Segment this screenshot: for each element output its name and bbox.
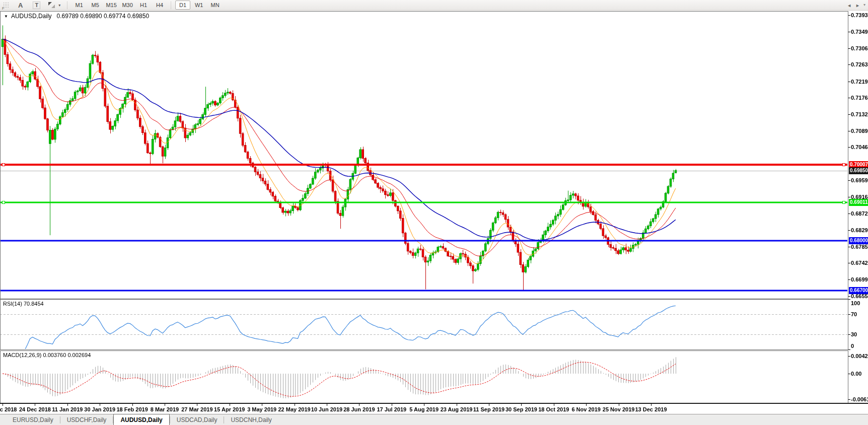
date-axis-label: 30 Sep 2019: [505, 406, 537, 412]
price-axis-tick: 0.71320: [851, 111, 868, 117]
rsi-indicator-label: RSI(14) 70.8454: [3, 301, 44, 307]
date-axis-label: 28 Jun 2019: [343, 406, 375, 412]
timeframe-button-m1[interactable]: M1: [71, 1, 87, 10]
price-axis-tick: 0.66990: [851, 276, 868, 282]
timeframe-button-h4[interactable]: H4: [152, 1, 167, 10]
chart-tab-usdcnh[interactable]: USDCNH,Daily: [224, 414, 278, 425]
text-label-tool-button[interactable]: A: [13, 1, 28, 10]
chart-tab-bar: EURUSD,DailyUSDCHF,DailyAUDUSD,DailyUSDC…: [0, 414, 868, 425]
rsi-axis-tick: 30: [851, 331, 857, 337]
macd-axis-tick: 0.00: [851, 371, 861, 377]
price-axis-tick: 0.72190: [851, 79, 868, 85]
date-axis-label: 18 Oct 2019: [538, 406, 569, 412]
tab-scroll-left-icon[interactable]: ◄: [847, 3, 855, 8]
price-axis-tick: 0.71760: [851, 95, 868, 101]
timeframe-button-mn[interactable]: MN: [207, 1, 223, 10]
timeframe-button-d1[interactable]: D1: [175, 1, 190, 10]
price-tag-0.68000: 0.68000: [849, 237, 868, 244]
macd-axis-tick: 0.00423: [851, 353, 868, 359]
pattern-grid-icon: F: [3, 2, 10, 9]
date-axis-label: 6 Nov 2019: [571, 406, 600, 412]
timeframe-button-w1[interactable]: W1: [191, 1, 206, 10]
tab-scroll-arrows: ◄►: [847, 3, 864, 8]
arrow-objects-icon: [48, 2, 56, 9]
price-axis-tick: 0.68290: [851, 227, 868, 233]
text-box-icon: T: [33, 2, 40, 9]
date-axis-label: 3 May 2019: [247, 406, 276, 412]
date-axis-label: 11 Jan 2019: [52, 406, 83, 412]
chart-tab-audusd[interactable]: AUDUSD,Daily: [113, 414, 169, 425]
date-axis-label: 17 Jul 2019: [377, 406, 406, 412]
price-axis-tick: 0.73060: [851, 45, 868, 51]
toolbar-separator: [67, 2, 68, 9]
chart-title: ▼ AUDUSD,Daily 0.69789 0.69890 0.69774 0…: [4, 13, 149, 20]
date-axis-label: 11 Sep 2019: [473, 406, 504, 412]
timeframe-button-group: M1M5M15M30H1H4D1W1MN: [71, 1, 223, 10]
price-axis-tick: 0.67850: [851, 244, 868, 250]
rsi-axis-tick: 70: [851, 311, 857, 317]
chart-ohlc-values: 0.69789 0.69890 0.69774 0.69850: [57, 13, 150, 20]
price-axis-tick: 0.73930: [851, 12, 868, 18]
date-axis-label: 27 Mar 2019: [181, 406, 212, 412]
price-tag-0.69011: 0.69011: [849, 199, 868, 206]
date-axis-label: 10 Jun 2019: [311, 406, 342, 412]
main-chart-canvas[interactable]: [0, 0, 868, 425]
date-axis-label: 8 Mar 2019: [151, 406, 179, 412]
tab-bar-padding: [0, 414, 6, 425]
price-axis-tick: 0.73490: [851, 29, 868, 35]
tab-scroll-right-icon[interactable]: ►: [855, 3, 864, 8]
date-axis-label: 22 May 2019: [278, 406, 310, 412]
price-axis-tick: 0.67420: [851, 260, 868, 266]
text-box-tool-button[interactable]: T: [28, 1, 45, 10]
chart-tab-usdcad[interactable]: USDCAD,Daily: [170, 414, 224, 425]
date-axis-label: 5 Aug 2019: [409, 406, 439, 412]
chart-tab-usdchf[interactable]: USDCHF,Daily: [60, 414, 113, 425]
timeframe-button-h1[interactable]: H1: [136, 1, 151, 10]
text-label-icon: A: [18, 2, 23, 9]
date-axis-label: 25 Nov 2019: [603, 406, 635, 412]
price-tag-0.69850: 0.69850: [849, 167, 868, 174]
price-axis-tick: 0.66550: [851, 293, 868, 299]
date-axis-label: 5 Dec 2018: [0, 406, 17, 412]
chart-tab-eurusd[interactable]: EURUSD,Daily: [6, 414, 60, 425]
price-axis-tick: 0.70460: [851, 144, 868, 150]
date-axis-label: 13 Dec 2019: [635, 406, 667, 412]
terminal-window: F A T ▾ M1M5M15M30H1H4D1W1MN ▾ ▼ AUDUSD,…: [0, 0, 868, 425]
chevron-down-icon: ▾: [58, 3, 60, 8]
rsi-axis-tick: 100: [851, 300, 860, 306]
symbol-dropdown-icon[interactable]: ▼: [4, 14, 8, 19]
price-axis-tick: 0.69590: [851, 177, 868, 183]
timeframe-button-m30[interactable]: M30: [120, 1, 135, 10]
date-axis-label: 24 Dec 2018: [19, 406, 51, 412]
price-tag-0.66700: 0.66700: [849, 287, 868, 294]
date-axis-label: 15 Apr 2019: [214, 406, 245, 412]
timeframe-button-m15[interactable]: M15: [104, 1, 119, 10]
price-axis-tick: 0.72630: [851, 61, 868, 67]
price-axis-tick: 0.68720: [851, 210, 868, 217]
macd-indicator-label: MACD(12,26,9) 0.003760 0.002694: [3, 352, 91, 358]
toolbar-separator: [171, 2, 172, 9]
macd-axis-tick: -0.00610: [851, 396, 868, 402]
date-axis-label: 23 Aug 2019: [441, 406, 473, 412]
date-axis-label: 30 Jan 2019: [84, 406, 115, 412]
pattern-tool-button[interactable]: F: [0, 1, 13, 10]
chart-symbol-label: AUDUSD,Daily: [11, 13, 52, 20]
date-axis-label: 18 Feb 2019: [116, 406, 148, 412]
timeframe-button-m5[interactable]: M5: [88, 1, 103, 10]
top-toolbar: F A T ▾ M1M5M15M30H1H4D1W1MN ▾: [0, 0, 868, 11]
rsi-axis-tick: 0: [851, 343, 854, 349]
arrows-tool-button[interactable]: ▾: [45, 1, 64, 10]
price-axis-tick: 0.70890: [851, 128, 868, 134]
